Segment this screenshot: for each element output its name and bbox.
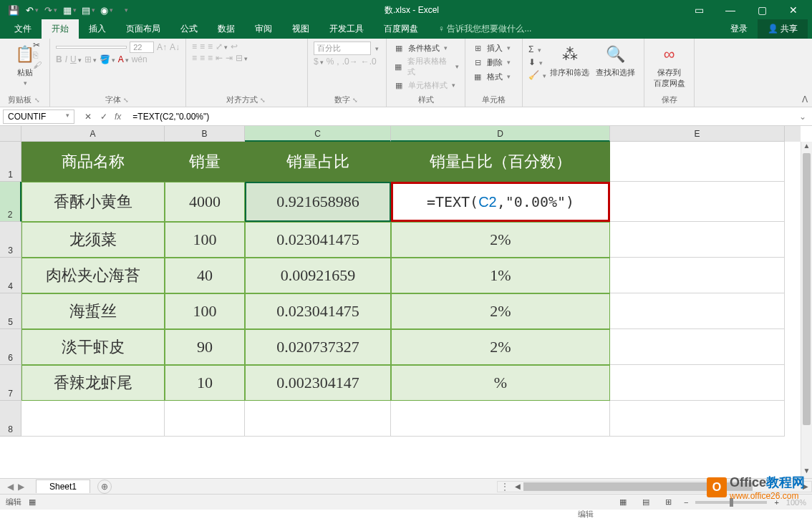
align-top-icon[interactable]: ≡ (192, 42, 197, 52)
cell-D7[interactable]: % (391, 365, 610, 401)
tab-view[interactable]: 视图 (282, 19, 319, 39)
border-button[interactable]: ⊞▾ (84, 54, 97, 64)
fill-color-button[interactable]: 🪣▾ (100, 54, 115, 64)
italic-button[interactable]: I (65, 54, 67, 64)
percent-icon[interactable]: % (327, 57, 334, 67)
scroll-up-icon[interactable]: ▲ (801, 142, 812, 153)
tab-file[interactable]: 文件 (4, 19, 42, 39)
cell-E5[interactable] (610, 293, 785, 329)
cell-C2[interactable]: 0.921658986 (245, 182, 391, 222)
align-middle-icon[interactable]: ≡ (200, 42, 205, 52)
row-header-5[interactable]: 5 (0, 293, 21, 329)
expand-formula-bar-icon[interactable]: ⌄ (793, 112, 812, 122)
cell-C1[interactable]: 销量占比 (245, 142, 391, 182)
cell-E3[interactable] (610, 222, 785, 258)
number-launcher-icon[interactable]: ⤡ (352, 97, 359, 104)
row-header-1[interactable]: 1 (0, 142, 21, 182)
fill-icon[interactable]: ⬇ ▾ (528, 57, 546, 67)
tab-insert[interactable]: 插入 (79, 19, 116, 39)
cell-D2[interactable]: =TEXT(C2,"0.00%") (391, 182, 610, 222)
cell-C5[interactable]: 0.023041475 (245, 293, 391, 329)
align-left-icon[interactable]: ≡ (192, 53, 197, 63)
insert-function-icon[interactable]: fx (115, 112, 127, 122)
cell-B2[interactable]: 4000 (165, 182, 245, 222)
delete-cells-button[interactable]: ⊟删除 ▾ (471, 56, 516, 69)
format-as-table-button[interactable]: ▦套用表格格式▾ (392, 56, 459, 77)
zoom-slider[interactable] (695, 501, 767, 504)
cut-icon[interactable]: ✂ (33, 40, 42, 50)
font-launcher-icon[interactable]: ⤡ (123, 97, 130, 104)
col-header-C[interactable]: C (245, 126, 391, 142)
name-box[interactable]: COUNTIF▾ (3, 109, 74, 124)
tab-home[interactable]: 开始 (42, 19, 79, 39)
row-header-8[interactable]: 8 (0, 401, 21, 437)
cell-D1[interactable]: 销量占比（百分数） (391, 142, 610, 182)
cell-E2[interactable] (610, 182, 785, 222)
underline-button[interactable]: U▾ (70, 54, 82, 64)
merge-button[interactable]: ⊟▾ (236, 53, 248, 63)
cell-E1[interactable] (610, 142, 785, 182)
zoom-out-icon[interactable]: − (684, 498, 688, 507)
sort-filter-button[interactable]: ⁂ 排序和筛选 (547, 42, 592, 79)
macro-record-icon[interactable]: ▦ (29, 497, 36, 507)
increase-indent-icon[interactable]: ⇥ (226, 53, 233, 63)
align-right-icon[interactable]: ≡ (208, 53, 213, 63)
accounting-icon[interactable]: $▾ (314, 57, 324, 67)
enter-formula-icon[interactable]: ✓ (100, 112, 107, 122)
font-color-button[interactable]: A▾ (118, 54, 129, 64)
format-painter-icon[interactable]: 🖌 (33, 60, 42, 70)
cell-C3[interactable]: 0.023041475 (245, 222, 391, 258)
qat-customize-icon[interactable]: ▾ (119, 4, 132, 16)
cell-A1[interactable]: 商品名称 (21, 142, 165, 182)
sheet-nav-prev-icon[interactable]: ◀ (7, 482, 14, 492)
col-header-B[interactable]: B (165, 126, 245, 142)
cell-C7[interactable]: 0.002304147 (245, 365, 391, 401)
qat-new-icon[interactable]: ▤▾ (82, 4, 95, 16)
clipboard-launcher-icon[interactable]: ⤡ (34, 97, 42, 104)
cell-B7[interactable]: 10 (165, 365, 245, 401)
tab-review[interactable]: 审阅 (245, 19, 282, 39)
font-size-input[interactable]: 22 (130, 42, 154, 53)
page-layout-view-icon[interactable]: ▤ (638, 496, 654, 509)
conditional-format-button[interactable]: ▦条件格式▾ (392, 42, 459, 54)
save-baidu-button[interactable]: ∞ 保存到 百度网盘 (650, 42, 688, 90)
scroll-left-icon[interactable]: ◀ (512, 482, 523, 490)
cell-B5[interactable]: 100 (165, 293, 245, 329)
cell-B8[interactable] (165, 401, 245, 437)
vscroll-thumb[interactable] (803, 153, 811, 425)
cell-A4[interactable]: 肉松夹心海苔 (21, 258, 165, 293)
cell-C8[interactable] (245, 401, 391, 437)
find-select-button[interactable]: 🔍 查找和选择 (593, 42, 638, 79)
decrease-decimal-icon[interactable]: ←.0 (361, 57, 377, 67)
cell-E4[interactable] (610, 258, 785, 293)
decrease-font-icon[interactable]: A↓ (170, 42, 180, 52)
cell-B3[interactable]: 100 (165, 222, 245, 258)
orientation-icon[interactable]: ⤢▾ (216, 42, 228, 52)
cell-E8[interactable] (610, 401, 785, 437)
row-header-7[interactable]: 7 (0, 365, 21, 401)
col-header-A[interactable]: A (21, 126, 165, 142)
select-all-corner[interactable] (0, 126, 21, 142)
collapse-ribbon-icon[interactable]: ᐱ (802, 94, 808, 104)
tab-pagelayout[interactable]: 页面布局 (116, 19, 170, 39)
undo-icon[interactable]: ↶▾ (26, 4, 39, 16)
cell-B1[interactable]: 销量 (165, 142, 245, 182)
close-button[interactable]: ✕ (779, 1, 808, 19)
increase-font-icon[interactable]: A↑ (157, 42, 167, 52)
qat-camera-icon[interactable]: ◉▾ (100, 4, 113, 16)
tab-developer[interactable]: 开发工具 (319, 19, 374, 39)
align-bottom-icon[interactable]: ≡ (208, 42, 213, 52)
row-header-2[interactable]: 2 (0, 182, 21, 222)
tab-formulas[interactable]: 公式 (170, 19, 208, 39)
cell-D8[interactable] (391, 401, 610, 437)
ribbon-options-icon[interactable]: ▭ (685, 1, 713, 19)
increase-decimal-icon[interactable]: .0→ (342, 57, 358, 67)
row-header-3[interactable]: 3 (0, 222, 21, 258)
cell-A8[interactable] (21, 401, 165, 437)
cell-A2[interactable]: 香酥小黄鱼 (21, 182, 165, 222)
phonetic-icon[interactable]: wén (132, 54, 148, 64)
add-sheet-button[interactable]: ⊕ (97, 479, 112, 494)
font-name-input[interactable] (56, 46, 127, 49)
maximize-button[interactable]: ▢ (748, 1, 776, 19)
normal-view-icon[interactable]: ▦ (615, 496, 631, 509)
